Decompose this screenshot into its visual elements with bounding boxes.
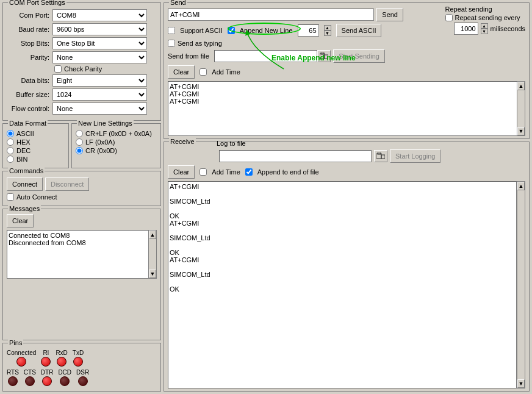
- recv-scroll-up[interactable]: ▲: [517, 182, 525, 190]
- com-label: Com Port:: [7, 12, 52, 19]
- bin-radio[interactable]: [7, 156, 14, 163]
- message-line-2: Disconnected from COM8: [9, 239, 146, 246]
- data-bits-select[interactable]: Eight: [52, 74, 147, 87]
- send-scrollbar[interactable]: ▲ ▼: [517, 81, 525, 136]
- connected-pin: Connected: [7, 349, 36, 367]
- parity-select[interactable]: None: [52, 51, 147, 63]
- start-sending-button[interactable]: Start Sending: [333, 49, 385, 63]
- data-format-box: Data Format ASCII HEX DEC: [2, 123, 69, 168]
- send-clear-button[interactable]: Clear: [168, 65, 195, 79]
- send-ascii-button[interactable]: Send ASCII: [336, 24, 382, 37]
- ascii-down-btn[interactable]: ▼: [324, 30, 331, 36]
- connect-button[interactable]: Connect: [7, 177, 43, 191]
- scroll-down-btn[interactable]: ▼: [149, 270, 156, 278]
- recv-line: [170, 263, 515, 271]
- log-to-file-label: Log to file: [217, 140, 246, 147]
- baud-label: Baud rate:: [7, 26, 52, 33]
- lf-radio[interactable]: [76, 138, 83, 146]
- receive-add-time-checkbox[interactable]: [200, 168, 207, 176]
- ascii-spinner: ▲ ▼: [324, 25, 331, 36]
- dtr-pin-light: [42, 376, 52, 386]
- bin-label: BIN: [16, 156, 27, 163]
- repeat-label: Repeat sending every: [455, 14, 520, 21]
- stop-bits-select[interactable]: One Stop Bit: [52, 37, 147, 49]
- send-scroll-down[interactable]: ▼: [517, 127, 525, 135]
- send-add-time-label: Add Time: [212, 68, 240, 76]
- send-browse-button[interactable]: [317, 50, 331, 62]
- recv-line: [170, 227, 515, 234]
- send-file-input[interactable]: [214, 50, 317, 62]
- append-newline-checkbox[interactable]: [228, 27, 235, 34]
- ascii-up-btn[interactable]: ▲: [324, 25, 331, 30]
- support-ascii-checkbox[interactable]: [168, 27, 175, 34]
- dsr-pin-light: [78, 376, 88, 386]
- newline-title: New Line Settings: [77, 120, 134, 127]
- rxd-pin: RxD: [56, 349, 67, 367]
- recv-scroll-down[interactable]: ▼: [517, 379, 525, 388]
- messages-scrollbar[interactable]: ▲ ▼: [148, 230, 157, 279]
- send-from-file-label: Send from file: [168, 52, 209, 60]
- ascii-radio[interactable]: [7, 130, 14, 137]
- recv-line: [170, 242, 515, 249]
- txd-pin-light: [73, 357, 83, 367]
- dsr-pin: DSR: [76, 369, 89, 386]
- flow-control-select[interactable]: None: [52, 102, 147, 115]
- send-add-time-checkbox[interactable]: [200, 68, 207, 76]
- log-browse-button[interactable]: [374, 150, 387, 162]
- send-as-typing-checkbox[interactable]: [168, 40, 175, 47]
- dcd-pin: DCD: [58, 369, 71, 386]
- messages-title: Messages: [8, 205, 41, 212]
- cts-pin: CTS: [24, 369, 36, 386]
- data-format-title: Data Format: [8, 120, 48, 127]
- pins-box: Pins Connected RI RxD TxD: [2, 343, 161, 392]
- recv-line: SIMCOM_Ltd: [170, 271, 515, 278]
- send-input[interactable]: [168, 9, 374, 21]
- crlf-radio[interactable]: [76, 130, 83, 137]
- log-file-input[interactable]: [219, 150, 372, 162]
- disconnect-button[interactable]: Disconnect: [45, 177, 89, 191]
- support-ascii-label: Support ASCII: [180, 27, 223, 34]
- rts-pin-light: [8, 376, 18, 386]
- dsr-pin-label: DSR: [76, 369, 89, 376]
- append-newline-label: Append New Line: [240, 27, 293, 34]
- receive-text-area: AT+CGMI SIMCOM_Ltd OK AT+CGMI SIMCOM_Ltd…: [168, 181, 517, 389]
- receive-add-time-label: Add Time: [212, 168, 240, 176]
- dcd-pin-light: [60, 376, 70, 386]
- baud-rate-select[interactable]: 9600 bps: [52, 23, 147, 35]
- send-button[interactable]: Send: [376, 8, 403, 21]
- buffer-size-label: Buffer size:: [7, 91, 52, 98]
- receive-scrollbar[interactable]: ▲ ▼: [517, 181, 525, 389]
- receive-clear-button[interactable]: Clear: [168, 165, 195, 179]
- recv-line: [170, 190, 515, 198]
- ri-pin-light: [41, 357, 51, 367]
- com-port-title: COM Port Settings: [8, 0, 66, 6]
- check-parity-checkbox[interactable]: [54, 65, 62, 73]
- auto-connect-checkbox[interactable]: [7, 193, 14, 201]
- messages-box: Messages Clear Connected to COM8 Disconn…: [2, 209, 161, 340]
- ascii-value-input[interactable]: [298, 24, 319, 37]
- send-as-typing-label: Send as typing: [178, 40, 222, 47]
- buffer-size-select[interactable]: 1024: [52, 88, 147, 101]
- data-bits-label: Data bits:: [7, 77, 52, 84]
- messages-content: Connected to COM8 Disconnected from COM8: [7, 230, 157, 279]
- start-logging-button[interactable]: Start Logging: [390, 149, 440, 163]
- append-to-file-checkbox[interactable]: [245, 168, 253, 176]
- dec-radio[interactable]: [7, 147, 14, 154]
- cr-label: CR (0x0D): [85, 147, 117, 154]
- cts-pin-light: [25, 376, 35, 386]
- cr-radio[interactable]: [76, 147, 83, 154]
- recv-line: AT+CGMI: [170, 220, 515, 227]
- hex-radio[interactable]: [7, 138, 14, 146]
- send-scroll-up[interactable]: ▲: [517, 82, 525, 90]
- commands-box: Commands Connect Disconnect Auto Connect: [2, 171, 161, 206]
- dtr-pin-label: DTR: [41, 369, 54, 376]
- receive-title: Receive: [169, 138, 196, 145]
- recv-line: OK: [170, 285, 515, 293]
- com-port-select[interactable]: COM8: [52, 9, 147, 21]
- flow-control-label: Flow control:: [7, 105, 52, 112]
- scroll-up-btn[interactable]: ▲: [149, 231, 156, 239]
- repeat-checkbox[interactable]: [445, 14, 453, 21]
- messages-clear-button[interactable]: Clear: [7, 214, 34, 227]
- stop-bits-label: Stop Bits:: [7, 40, 52, 47]
- svg-rect-5: [381, 155, 385, 159]
